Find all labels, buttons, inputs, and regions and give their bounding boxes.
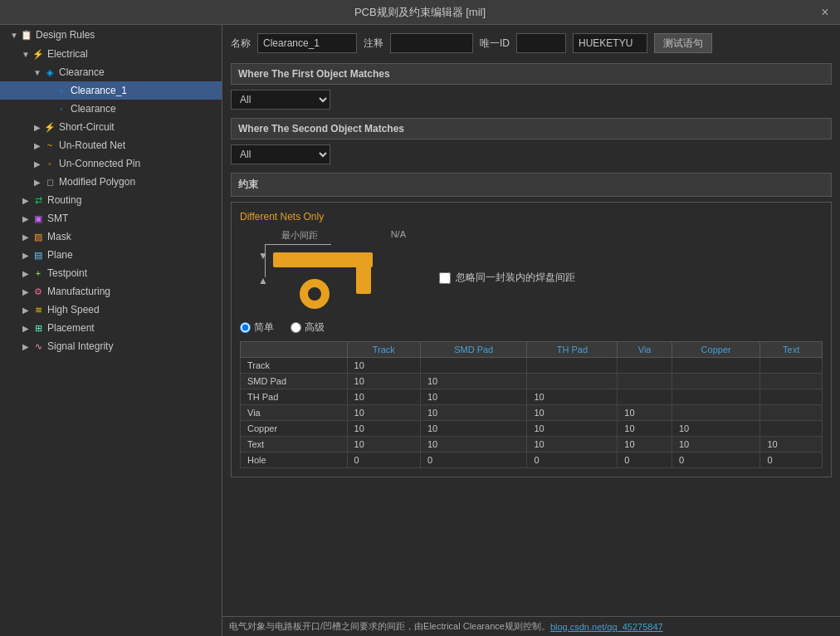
sidebar-item-design-rules[interactable]: ▼ 📋 Design Rules bbox=[0, 25, 222, 45]
cell-track-via bbox=[618, 358, 672, 374]
sidebar-item-routing[interactable]: ▶ ⇄ Routing bbox=[0, 191, 222, 209]
id-value-input[interactable] bbox=[573, 33, 647, 53]
cell-hole-smd[interactable]: 0 bbox=[420, 453, 527, 468]
row-hole: Hole bbox=[241, 453, 348, 468]
clearance2-icon: ◦ bbox=[55, 102, 68, 115]
cell-th-th[interactable]: 10 bbox=[527, 389, 618, 405]
comment-input[interactable] bbox=[390, 33, 473, 53]
cell-smd-copper bbox=[672, 374, 759, 389]
expand-arrow-highspeed: ▶ bbox=[20, 304, 32, 316]
clearance-table: Track SMD Pad TH Pad Via Copper Text Tra… bbox=[240, 341, 823, 468]
cell-smd-track[interactable]: 10 bbox=[347, 374, 420, 389]
cell-text-smd[interactable]: 10 bbox=[420, 437, 527, 453]
cell-track-text bbox=[760, 358, 823, 374]
cell-via-copper bbox=[672, 405, 759, 421]
table-row: Hole 0 0 0 0 0 0 bbox=[241, 453, 823, 468]
sidebar-item-unrouted-net[interactable]: ▶ ~ Un-Routed Net bbox=[0, 136, 222, 154]
sidebar-item-signal-integrity[interactable]: ▶ ∿ Signal Integrity bbox=[0, 337, 222, 355]
sidebar-item-smt[interactable]: ▶ ▣ SMT bbox=[0, 209, 222, 227]
cell-text-text[interactable]: 10 bbox=[760, 437, 823, 453]
clearance1-label: Clearance_1 bbox=[71, 85, 127, 96]
cell-text-via[interactable]: 10 bbox=[618, 437, 672, 453]
cell-copper-smd[interactable]: 10 bbox=[420, 421, 527, 437]
sidebar-item-modified-polygon[interactable]: ▶ ◻ Modified Polygon bbox=[0, 173, 222, 191]
cell-smd-text bbox=[760, 374, 823, 389]
sidebar-item-mask[interactable]: ▶ ▨ Mask bbox=[0, 227, 222, 246]
manufacturing-label: Manufacturing bbox=[47, 286, 110, 297]
where-first-dropdown[interactable]: All Net Net Class Layer Pad bbox=[231, 90, 330, 110]
cell-via-th[interactable]: 10 bbox=[527, 405, 618, 421]
cell-hole-track[interactable]: 0 bbox=[347, 453, 420, 468]
constraint-area: Different Nets Only 最小间距 N/A ▼ ▲ bbox=[231, 202, 832, 477]
short-circuit-icon: ⚡ bbox=[43, 120, 56, 134]
expand-arrow-design-rules: ▼ bbox=[8, 29, 20, 41]
cell-copper-th[interactable]: 10 bbox=[527, 421, 618, 437]
name-input[interactable] bbox=[257, 33, 357, 53]
cell-track-track[interactable]: 10 bbox=[347, 358, 420, 374]
status-link[interactable]: blog.csdn.net/qq_45275847 bbox=[550, 622, 663, 632]
mode-row: 简单 高级 bbox=[240, 320, 823, 335]
where-second-header: Where The Second Object Matches bbox=[231, 118, 832, 139]
high-speed-icon: ≋ bbox=[32, 303, 45, 316]
cell-via-text bbox=[760, 405, 823, 421]
simple-radio[interactable] bbox=[240, 322, 251, 333]
cell-via-smd[interactable]: 10 bbox=[420, 405, 527, 421]
cell-th-smd[interactable]: 10 bbox=[420, 389, 527, 405]
sidebar-item-short-circuit[interactable]: ▶ ⚡ Short-Circuit bbox=[0, 118, 222, 136]
cell-hole-th[interactable]: 0 bbox=[527, 453, 618, 468]
table-header-copper: Copper bbox=[672, 342, 759, 358]
cell-smd-th bbox=[527, 374, 618, 389]
cell-smd-smd[interactable]: 10 bbox=[420, 374, 527, 389]
placement-icon: ⊞ bbox=[32, 321, 45, 335]
cell-smd-via bbox=[618, 374, 672, 389]
cell-text-copper[interactable]: 10 bbox=[672, 437, 759, 453]
smt-label: SMT bbox=[47, 213, 68, 224]
expand-arrow-routing: ▶ bbox=[20, 194, 32, 206]
sidebar-item-clearance1[interactable]: ◦ Clearance_1 bbox=[0, 81, 222, 100]
sidebar-item-unconnected-pin[interactable]: ▶ ◦ Un-Connected Pin bbox=[0, 154, 222, 173]
where-second-dropdown[interactable]: All Net Net Class Layer Pad bbox=[231, 144, 330, 164]
svg-rect-1 bbox=[356, 252, 371, 294]
row-copper: Copper bbox=[241, 421, 348, 437]
content-area: 名称 注释 唯一ID 测试语句 Where The First Object M… bbox=[222, 25, 840, 636]
expand-arrow-electrical: ▼ bbox=[20, 48, 32, 60]
sidebar-item-placement[interactable]: ▶ ⊞ Placement bbox=[0, 319, 222, 337]
table-header-via: Via bbox=[618, 342, 672, 358]
cell-copper-copper[interactable]: 10 bbox=[672, 421, 759, 437]
sidebar-item-testpoint[interactable]: ▶ + Testpoint bbox=[0, 264, 222, 282]
advanced-radio[interactable] bbox=[291, 322, 301, 333]
cell-via-via[interactable]: 10 bbox=[618, 405, 672, 421]
cell-copper-track[interactable]: 10 bbox=[347, 421, 420, 437]
cell-copper-text bbox=[760, 421, 823, 437]
cell-track-copper bbox=[672, 358, 759, 374]
test-button[interactable]: 测试语句 bbox=[654, 33, 712, 53]
cell-copper-via[interactable]: 10 bbox=[618, 421, 672, 437]
simple-radio-label: 简单 bbox=[240, 320, 274, 335]
ignore-checkbox[interactable] bbox=[439, 272, 451, 284]
sidebar-item-clearance-group[interactable]: ▼ ◈ Clearance bbox=[0, 63, 222, 81]
close-button[interactable]: × bbox=[817, 4, 833, 21]
cell-hole-text[interactable]: 0 bbox=[760, 453, 823, 468]
cell-text-th[interactable]: 10 bbox=[527, 437, 618, 453]
unique-id-input[interactable] bbox=[516, 33, 566, 53]
cell-th-track[interactable]: 10 bbox=[347, 389, 420, 405]
cell-th-copper bbox=[672, 389, 759, 405]
sidebar-item-manufacturing[interactable]: ▶ ⚙ Manufacturing bbox=[0, 282, 222, 301]
sidebar-item-plane[interactable]: ▶ ▤ Plane bbox=[0, 246, 222, 264]
where-first-header: Where The First Object Matches bbox=[231, 63, 832, 85]
mask-label: Mask bbox=[47, 231, 71, 242]
design-rules-label: Design Rules bbox=[36, 29, 95, 41]
sidebar-item-electrical[interactable]: ▼ ⚡ Electrical bbox=[0, 45, 222, 63]
sidebar-item-high-speed[interactable]: ▶ ≋ High Speed bbox=[0, 301, 222, 319]
name-label: 名称 bbox=[231, 37, 251, 51]
cell-via-track[interactable]: 10 bbox=[347, 405, 420, 421]
cell-text-track[interactable]: 10 bbox=[347, 437, 420, 453]
expand-arrow-testpoint: ▶ bbox=[20, 267, 32, 279]
sidebar-item-clearance2[interactable]: ◦ Clearance bbox=[0, 100, 222, 118]
cell-hole-copper[interactable]: 0 bbox=[672, 453, 759, 468]
advanced-label: 高级 bbox=[305, 320, 325, 335]
id-label: 唯一ID bbox=[480, 37, 510, 51]
plane-icon: ▤ bbox=[32, 248, 45, 262]
testpoint-icon: + bbox=[32, 267, 45, 280]
cell-hole-via[interactable]: 0 bbox=[618, 453, 672, 468]
